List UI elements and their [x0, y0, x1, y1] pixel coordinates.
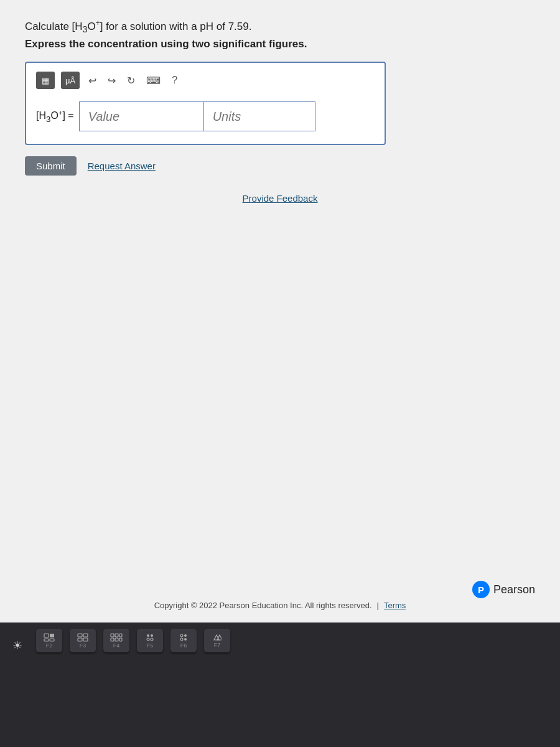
copyright-row: Copyright © 2022 Pearson Education Inc. … [25, 601, 535, 610]
mu-button[interactable]: μÅ [61, 72, 80, 89]
svg-point-20 [180, 638, 183, 641]
terms-link[interactable]: Terms [384, 601, 406, 610]
units-input[interactable] [203, 101, 315, 131]
input-row: [H3O+] = [36, 101, 375, 131]
key-f4[interactable]: F4 [103, 629, 129, 652]
matrix-button[interactable]: ▦ [36, 72, 55, 89]
key-f6[interactable]: F6 [170, 629, 197, 652]
svg-rect-5 [83, 634, 88, 637]
answer-box: ▦ μÅ ↩ ↪ ↻ ⌨ ? [H3O+] = [25, 62, 386, 145]
keyboard-icon: ⌨ [146, 75, 161, 87]
f7-label: F7 [214, 642, 221, 648]
svg-point-18 [180, 634, 183, 637]
pearson-logo: P Pearson [472, 581, 535, 598]
svg-rect-6 [78, 638, 82, 641]
mu-label: μÅ [65, 76, 75, 85]
keyboard-button[interactable]: ⌨ [144, 73, 163, 88]
equation-label: [H3O+] = [36, 109, 74, 124]
undo-icon: ↩ [88, 75, 96, 87]
svg-rect-7 [83, 638, 88, 641]
provide-feedback-button[interactable]: Provide Feedback [25, 193, 535, 204]
svg-rect-11 [111, 638, 114, 641]
request-answer-button[interactable]: Request Answer [88, 161, 156, 171]
redo-icon: ↪ [108, 75, 116, 87]
brightness-icon: ☀ [12, 639, 22, 652]
svg-rect-1 [50, 634, 54, 637]
keyboard-area: ☀ F2 F3 [0, 622, 560, 747]
question-line2: Express the concentration using two sign… [25, 38, 535, 50]
svg-rect-4 [78, 634, 82, 637]
key-f5[interactable]: F5 [137, 629, 163, 652]
key-f7[interactable]: F7 [204, 629, 230, 652]
svg-rect-2 [44, 639, 49, 641]
svg-rect-9 [115, 634, 118, 637]
svg-rect-10 [119, 634, 122, 637]
question-line1: Calculate [H3O+] for a solution with a p… [25, 19, 535, 34]
toolbar: ▦ μÅ ↩ ↪ ↻ ⌨ ? [36, 72, 375, 92]
svg-rect-13 [119, 638, 122, 641]
f4-label: F4 [113, 642, 120, 649]
f2-label: F2 [46, 642, 53, 649]
svg-rect-8 [111, 634, 114, 637]
key-f3[interactable]: F3 [70, 629, 96, 652]
svg-point-21 [184, 638, 187, 641]
svg-point-19 [184, 634, 187, 637]
redo-button[interactable]: ↪ [105, 73, 118, 88]
value-input[interactable] [79, 101, 203, 131]
main-content: Calculate [H3O+] for a solution with a p… [0, 0, 560, 622]
refresh-button[interactable]: ↻ [124, 73, 138, 88]
help-button[interactable]: ? [169, 73, 180, 87]
f6-label: F6 [180, 642, 187, 649]
copyright-text: Copyright © 2022 Pearson Education Inc. … [154, 601, 372, 610]
undo-button[interactable]: ↩ [86, 73, 99, 88]
submit-row: Submit Request Answer [25, 156, 535, 176]
svg-rect-0 [44, 634, 49, 637]
svg-point-14 [147, 634, 149, 637]
key-f2[interactable]: F2 [36, 629, 62, 652]
f3-label: F3 [80, 642, 86, 649]
help-icon: ? [172, 75, 177, 86]
f5-label: F5 [147, 642, 154, 649]
svg-point-17 [151, 638, 153, 641]
pearson-logo-letter: P [478, 585, 484, 595]
keyboard-function-row: ☀ F2 F3 [12, 629, 230, 652]
matrix-icon: ▦ [42, 76, 49, 85]
submit-button[interactable]: Submit [25, 156, 77, 176]
footer: P Pearson Copyright © 2022 Pearson Educa… [25, 581, 535, 622]
svg-rect-3 [50, 639, 54, 641]
separator: | [377, 601, 379, 610]
refresh-icon: ↻ [127, 75, 135, 87]
svg-point-15 [151, 634, 153, 637]
svg-rect-12 [115, 638, 118, 641]
svg-point-16 [147, 638, 149, 641]
pearson-name: Pearson [493, 583, 535, 596]
pearson-logo-circle: P [472, 581, 490, 598]
